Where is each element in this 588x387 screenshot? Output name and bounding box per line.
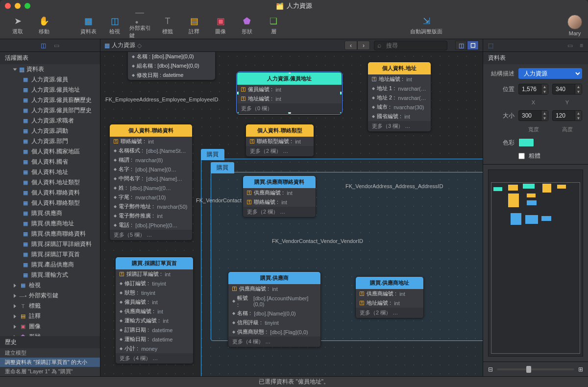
history-item[interactable]: 調整資料表 "採購訂單頁首" 的大小 [0, 358, 100, 367]
tool-image[interactable]: ▣圖像 [209, 15, 232, 35]
pos-x-stepper[interactable]: ▲▼ [518, 84, 548, 95]
height-stepper[interactable]: ▲▼ [552, 110, 582, 121]
field-icon: ◆ [114, 186, 117, 190]
tree-root-tables[interactable]: ▦資料表 [0, 64, 100, 74]
inspector-tab-list[interactable]: ≡ [580, 42, 583, 49]
panel-tab-diagram[interactable]: ◫ [41, 42, 46, 49]
entity-field: ⚿地址編號 :int [368, 74, 431, 84]
pos-y-stepper[interactable]: ▲▼ [552, 84, 582, 95]
tree-group-item[interactable]: ▤註釋 [0, 311, 100, 321]
tree-table-item[interactable]: ▦人力資源.僱員薪酬歷史 [0, 95, 100, 105]
left-sidebar: ◫ ▭ 活躍圖表 ▦資料表 ▦人力資源.僱員▦人力資源.僱員地址▦人力資源.僱員… [0, 39, 100, 376]
zoom-icon[interactable] [24, 3, 30, 9]
panel-tab-model[interactable]: ▭ [54, 42, 59, 49]
size-label: 大小 [489, 112, 514, 120]
view-mode-full[interactable]: ☐ [467, 41, 479, 50]
layer-tab-outer[interactable]: 購買 [201, 149, 224, 160]
tool-move[interactable]: ✋移動 [32, 15, 56, 35]
zoom-in[interactable]: ⊞ [578, 366, 583, 373]
bold-checkbox[interactable] [518, 153, 525, 159]
tree-table-item[interactable]: ▦人力資源.求職者 [0, 116, 100, 126]
tree-table-item[interactable]: ▦人力資源.部門 [0, 136, 100, 146]
entity-contact-type[interactable]: 個人資料.聯絡類型 ⚿聯絡類型編號 :int 更多（2 欄） … [245, 124, 314, 157]
minimap-panel [483, 164, 588, 362]
color-swatch[interactable] [518, 138, 534, 147]
tool-shape[interactable]: ⬟形狀 [235, 15, 259, 35]
minimize-icon[interactable] [15, 3, 21, 9]
nav-forward[interactable]: › [357, 41, 370, 50]
entity-employee-address[interactable]: 人力資源.僱員地址 ⚿僱員編號 :int⚿地址編號 :int 更多（0 欄） [237, 72, 342, 114]
tool-autolayout[interactable]: ⇲自動調整版面 [407, 15, 445, 35]
titlebar: 🗂️ 人力資源 [0, 0, 588, 12]
width-stepper[interactable]: ▲▼ [518, 110, 548, 121]
inspector-tab-object[interactable]: ⬚ [488, 42, 493, 49]
tool-fk[interactable]: —•外部索引鍵 [129, 12, 153, 39]
schema-select[interactable]: 人力資源 [518, 68, 582, 79]
entity-vendor-address[interactable]: 購買.供應商地址 ⚿供應商編號 :int⚿地址編號 :int 更多（2 欄） … [355, 276, 424, 318]
entity-partial[interactable]: ◆名稱 : [dbo].[Name](0,0)◆組名稱 : [dbo].[Nam… [127, 52, 216, 80]
nav-back[interactable]: ‹ [344, 41, 357, 50]
tree-table-item[interactable]: ▦個人資料.地址類型 [0, 177, 100, 188]
tree-table-item[interactable]: ▦人力資源.調動 [0, 126, 100, 136]
entity-vendor[interactable]: 購買.供應商 ⚿供應商編號 :int◆帳號 :[dbo].[AccountNum… [228, 271, 321, 347]
entity-more[interactable]: 更多（2 欄） … [246, 146, 314, 156]
user-menu[interactable]: Mary [567, 15, 582, 36]
tree-table-item[interactable]: ▦個人資料.地址 [0, 167, 100, 177]
zoom-out[interactable]: ⊟ [488, 366, 493, 373]
tree-table-item[interactable]: ▦個人資料.國家地區 [0, 146, 100, 157]
tree-table-item[interactable]: ▦個人資料.國省 [0, 157, 100, 167]
tree-table-item[interactable]: ▦購買.供應商聯絡資料 [0, 229, 100, 239]
tree-table-item[interactable]: ▦人力資源.僱員 [0, 74, 100, 85]
tool-view[interactable]: ◫檢視 [103, 15, 126, 35]
entity-more[interactable]: 更多（3 欄） … [368, 121, 431, 131]
entity-more[interactable]: 更多（5 欄） … [110, 230, 192, 240]
entity-address[interactable]: 個人資料.地址 ⚿地址編號 :int◆地址 1 :nvarchar(…◆地址 2… [368, 62, 431, 132]
zoom-slider[interactable] [497, 368, 574, 370]
tool-layer[interactable]: ❏層 [262, 15, 285, 35]
object-tree: ▦資料表 ▦人力資源.僱員▦人力資源.僱員地址▦人力資源.僱員薪酬歷史▦人力資源… [0, 64, 100, 336]
history-item[interactable]: 重命名層 "Layer 1" 為 "購買" [0, 367, 100, 376]
tree-table-item[interactable]: ▦購買.採購訂單詳細資料 [0, 239, 100, 249]
table-icon: ▦ [22, 231, 29, 237]
tree-group-item[interactable]: T標籤 [0, 301, 100, 311]
tree-table-item[interactable]: ▦購買.產品供應商 [0, 260, 100, 270]
color-label: 色彩 [489, 139, 514, 147]
tree-table-item[interactable]: ▦購買.供應商 [0, 208, 100, 218]
avatar [567, 15, 582, 29]
breadcrumb[interactable]: ▦人力資源◇ [104, 41, 142, 49]
shape-icon: ⬟ [241, 15, 253, 27]
entity-more[interactable]: 更多（4 欄） … [228, 337, 320, 347]
inspector-tab-style[interactable]: ▭ [567, 42, 573, 49]
tree-table-item[interactable]: ▦個人資料.聯絡資料 [0, 188, 100, 198]
tree-table-item[interactable]: ▦購買.運輸方式 [0, 270, 100, 280]
tree-group-item[interactable]: ⬟形狀 [0, 332, 100, 336]
entity-contact[interactable]: 個人資料.聯絡資料 ⚿聯絡編號 :int◆名稱樣式 :[dbo].[NameSt… [109, 124, 193, 241]
entity-vendor-contact[interactable]: 購買.供應商聯絡資料 ⚿供應商編號 :int⚿聯絡編號 :int 更多（2 欄）… [243, 175, 316, 218]
entity-more[interactable]: 更多（2 欄） … [356, 308, 423, 318]
tree-group-item[interactable]: —•外部索引鍵 [0, 290, 100, 301]
tool-select[interactable]: ➤選取 [6, 15, 29, 35]
pathbar: ▦人力資源◇ ‹ › ◫ ☐ [100, 39, 483, 52]
close-icon[interactable] [5, 3, 11, 9]
main: ◫ ▭ 活躍圖表 ▦資料表 ▦人力資源.僱員▦人力資源.僱員地址▦人力資源.僱員… [0, 39, 588, 376]
entity-more[interactable]: 更多（4 欄） … [116, 353, 193, 363]
tree-group-item[interactable]: ▣圖像 [0, 321, 100, 332]
view-mode-split[interactable]: ◫ [455, 41, 467, 50]
tree-table-item[interactable]: ▦購買.供應商地址 [0, 218, 100, 229]
history-item[interactable]: 建立模型 [0, 348, 100, 358]
search-input[interactable] [374, 41, 447, 50]
minimap[interactable] [488, 169, 583, 357]
entity-po-header[interactable]: 購買.採購訂單頁首 ⚿採購訂單編號 :int◆修訂編號 :tinyint◆狀態 … [115, 257, 194, 364]
tree-table-item[interactable]: ▦人力資源.僱員部門歷史 [0, 105, 100, 116]
tree-group-item[interactable]: ▦檢視 [0, 280, 100, 290]
tree-table-item[interactable]: ▦人力資源.僱員地址 [0, 85, 100, 95]
field-icon: ◆ [132, 73, 135, 77]
diagram-canvas[interactable]: ◆名稱 : [dbo].[Name](0,0)◆組名稱 : [dbo].[Nam… [100, 52, 483, 376]
tree-table-item[interactable]: ▦個人資料.聯絡類型 [0, 198, 100, 208]
layer-tab-inner[interactable]: 購買 [211, 162, 234, 173]
tool-note[interactable]: ▤註釋 [182, 15, 206, 35]
tool-label[interactable]: T標籤 [156, 15, 179, 35]
entity-more[interactable]: 更多（2 欄） … [243, 207, 316, 217]
tool-table[interactable]: ▦資料表 [76, 15, 100, 35]
tree-table-item[interactable]: ▦購買.採購訂單頁首 [0, 249, 100, 260]
